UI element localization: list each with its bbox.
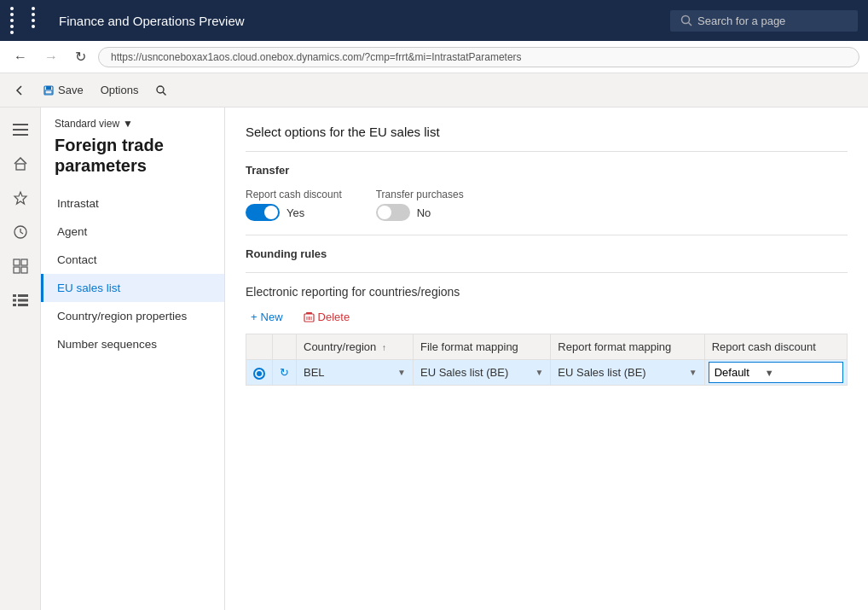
svg-rect-8 [13, 129, 28, 131]
sidebar-item-number-sequences[interactable]: Number sequences [41, 330, 224, 358]
transfer-purchases-toggle-row: No [376, 204, 464, 221]
nav-items: Intrastat Agent Contact EU sales list Co… [41, 189, 224, 358]
refresh-button[interactable]: ↻ [70, 45, 91, 68]
country-region-cell: BEL ▼ [297, 360, 414, 386]
global-search[interactable]: Search for a page [670, 10, 858, 32]
report-format-cell: EU Sales list (BE) ▼ [551, 360, 704, 386]
file-format-select[interactable]: EU Sales list (BE) ▼ [420, 366, 543, 379]
list-icon[interactable] [5, 285, 36, 316]
save-button[interactable]: Save [36, 80, 90, 100]
table-toolbar: + New Delete [246, 307, 848, 327]
divider-1 [246, 151, 848, 152]
svg-rect-7 [13, 124, 28, 125]
chevron-down-icon: ▼ [397, 368, 406, 377]
dropdown-chevron-icon: ▼ [765, 368, 774, 378]
transfer-purchases-label: Transfer purchases [376, 189, 464, 200]
refresh-cell[interactable]: ↻ [273, 360, 297, 386]
sidebar-item-intrastat[interactable]: Intrastat [41, 189, 224, 218]
search-icon [680, 15, 692, 26]
svg-rect-17 [13, 294, 16, 297]
er-section-title: Electronic reporting for countries/regio… [246, 285, 848, 299]
svg-rect-19 [13, 299, 16, 302]
url-bar[interactable] [98, 47, 859, 67]
report-cash-discount-field: Report cash discount Yes [246, 189, 342, 221]
home-icon[interactable] [5, 148, 36, 179]
search-button[interactable] [148, 81, 174, 100]
th-file-format-mapping[interactable]: File format mapping [413, 334, 550, 360]
main-content: Select options for the EU sales list Tra… [225, 107, 868, 610]
sidebar-item-eu-sales-list[interactable]: EU sales list [41, 274, 224, 302]
report-format-select[interactable]: EU Sales list (BE) ▼ [558, 366, 697, 379]
th-report-cash-discount[interactable]: Report cash discount [704, 334, 847, 360]
favorites-icon[interactable] [5, 183, 36, 213]
top-bar: Finance and Operations Preview Search fo… [0, 0, 868, 41]
search-placeholder: Search for a page [697, 15, 785, 27]
dropdown-cell[interactable]: ▼ [709, 362, 843, 383]
svg-rect-15 [14, 267, 20, 273]
options-button[interactable]: Options [94, 80, 146, 100]
chevron-down-icon-3: ▼ [689, 368, 697, 377]
page-title: Foreign trade parameters [55, 135, 211, 176]
delete-button[interactable]: Delete [298, 307, 356, 327]
svg-rect-3 [46, 86, 51, 90]
new-button[interactable]: + New [246, 307, 288, 327]
toggle-thumb [264, 206, 278, 219]
transfer-purchases-value: No [417, 206, 431, 219]
svg-marker-11 [14, 192, 26, 204]
file-format-cell: EU Sales list (BE) ▼ [413, 360, 550, 386]
th-report-format-mapping[interactable]: Report format mapping [551, 334, 704, 360]
transfer-form-row: Report cash discount Yes Transfer purcha… [246, 189, 848, 221]
radio-filled [253, 368, 265, 380]
report-cash-discount-toggle-row: Yes [246, 204, 342, 221]
svg-rect-18 [18, 294, 28, 297]
transfer-purchases-toggle[interactable] [376, 204, 410, 221]
report-cash-discount-cell[interactable]: ▼ [704, 360, 847, 386]
dropdown-input[interactable] [715, 366, 761, 379]
report-cash-discount-label: Report cash discount [246, 189, 342, 200]
sidebar: Standard view ▼ Foreign trade parameters… [41, 107, 225, 610]
command-bar: Save Options [0, 73, 868, 107]
report-cash-discount-value: Yes [286, 206, 304, 219]
sidebar-item-contact[interactable]: Contact [41, 246, 224, 274]
modules-icon[interactable] [5, 251, 36, 282]
table-wrapper: Country/region ↑ File format mapping Rep… [246, 334, 848, 386]
rounding-rules-title: Rounding rules [246, 247, 848, 260]
country-region-select[interactable]: BEL ▼ [304, 366, 406, 379]
th-country-region[interactable]: Country/region ↑ [297, 334, 414, 360]
delete-label: Delete [318, 311, 350, 323]
hamburger-icon[interactable] [5, 114, 36, 145]
transfer-purchases-field: Transfer purchases No [376, 189, 464, 221]
toggle-thumb-2 [378, 206, 391, 219]
recent-icon[interactable] [5, 217, 36, 247]
file-format-value: EU Sales list (BE) [420, 366, 531, 379]
svg-rect-9 [13, 134, 28, 136]
save-label: Save [58, 84, 84, 96]
trash-icon [304, 311, 315, 322]
table-row[interactable]: ↻ BEL ▼ EU Sales list (BE) ▼ [246, 360, 848, 386]
waffle-menu[interactable] [10, 7, 50, 34]
sidebar-item-country-region[interactable]: Country/region properties [41, 302, 224, 330]
th-refresh [273, 334, 297, 360]
svg-rect-22 [18, 304, 28, 306]
divider-2 [246, 235, 848, 235]
forward-button[interactable]: → [39, 46, 63, 68]
page-subtitle: Select options for the EU sales list [246, 125, 848, 139]
sort-icon: ↑ [382, 343, 386, 352]
plus-icon: + [251, 311, 258, 323]
report-cash-discount-toggle[interactable] [246, 204, 280, 221]
chevron-down-icon-2: ▼ [535, 368, 543, 377]
transfer-section-title: Transfer [246, 164, 848, 177]
svg-point-5 [157, 86, 164, 93]
svg-rect-14 [21, 259, 27, 265]
svg-rect-20 [18, 299, 28, 302]
svg-rect-10 [16, 164, 25, 170]
radio-cell [246, 360, 273, 386]
options-label: Options [101, 84, 139, 96]
save-icon [43, 84, 55, 96]
back-nav-button[interactable] [7, 81, 32, 100]
back-button[interactable]: ← [9, 46, 32, 68]
th-radio [246, 334, 273, 360]
standard-view-selector[interactable]: Standard view ▼ [55, 118, 211, 130]
sidebar-item-agent[interactable]: Agent [41, 218, 224, 246]
app-title: Finance and Operations Preview [59, 14, 662, 28]
